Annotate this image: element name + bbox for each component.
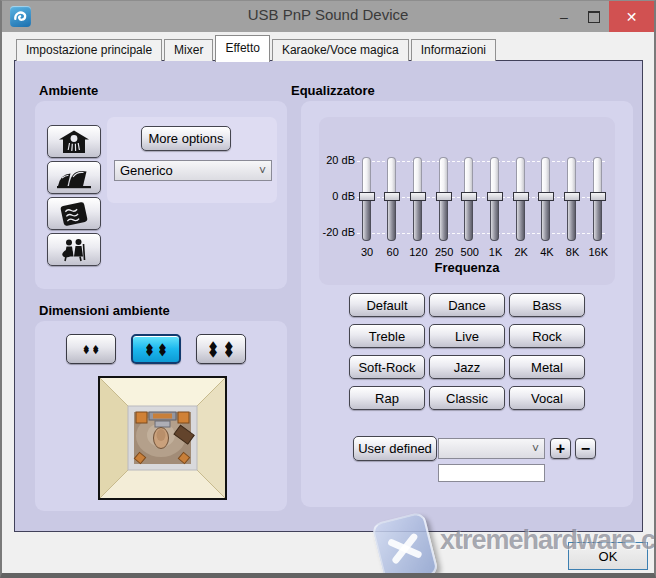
chevron-down-icon: ˅ <box>532 440 539 459</box>
tab-impostazione-principale[interactable]: Impostazione principale <box>16 39 162 61</box>
resize-arrows-icon: ◆◆◆◆ <box>84 348 99 350</box>
equalizzatore-heading: Equalizzatore <box>291 83 375 98</box>
eq-slider-120[interactable] <box>411 157 426 242</box>
ok-button[interactable]: OK <box>568 542 648 570</box>
environment-select-value: Generico <box>120 163 173 178</box>
bathroom-environment-button[interactable] <box>47 125 101 158</box>
resize-arrows-icon: ◆◆◆◆ <box>209 346 232 352</box>
preset-dance-button[interactable]: Dance <box>429 293 505 317</box>
room-size-small-button[interactable]: ◆◆◆◆ <box>66 334 116 364</box>
eq-slider-4k[interactable] <box>539 157 554 242</box>
eq-slider-60[interactable] <box>385 157 400 242</box>
eq-slider-30[interactable] <box>360 157 375 242</box>
ambiente-heading: Ambiente <box>39 83 98 98</box>
equalizzatore-panel: 20 dB0 dB-20 dB30601202505001K2K4K8K16KF… <box>301 101 633 507</box>
preset-metal-button[interactable]: Metal <box>509 355 585 379</box>
user-defined-select[interactable]: ˅ <box>438 438 545 459</box>
eq-slider-250[interactable] <box>437 157 452 242</box>
preset-rock-button[interactable]: Rock <box>509 324 585 348</box>
concert-hall-icon <box>55 165 93 191</box>
user-defined-name-input[interactable] <box>438 464 545 482</box>
add-preset-button[interactable]: + <box>550 438 571 459</box>
maximize-icon <box>588 11 600 23</box>
dimensioni-panel: ◆◆◆◆◆◆◆◆◆◆◆◆ <box>35 321 287 511</box>
user-defined-button[interactable]: User defined <box>353 436 437 461</box>
chevron-down-icon: ˅ <box>259 162 266 181</box>
preset-soft-rock-button[interactable]: Soft-Rock <box>349 355 425 379</box>
ambiente-panel: More options Generico ˅ <box>35 101 287 289</box>
tab-bar: Impostazione principaleMixerEffettoKarao… <box>16 34 644 61</box>
room-size-large-button[interactable]: ◆◆◆◆ <box>196 334 246 364</box>
maximize-button[interactable] <box>579 1 609 32</box>
underwater-icon <box>55 201 93 227</box>
environment-options-subpanel: More options Generico ˅ <box>107 117 277 203</box>
preset-bass-button[interactable]: Bass <box>509 293 585 317</box>
preset-vocal-button[interactable]: Vocal <box>509 386 585 410</box>
remove-preset-button[interactable]: − <box>575 438 596 459</box>
tab-karaoke-voce-magica[interactable]: Karaoke/Voce magica <box>272 39 409 61</box>
app-audio-swirl-icon <box>10 6 31 27</box>
preset-treble-button[interactable]: Treble <box>349 324 425 348</box>
environment-select[interactable]: Generico ˅ <box>114 160 272 181</box>
eq-slider-500[interactable] <box>462 157 477 242</box>
preset-classic-button[interactable]: Classic <box>429 386 505 410</box>
titlebar[interactable]: USB PnP Sound Device – ✕ <box>2 1 654 32</box>
effetto-tab-content: Ambiente <box>14 60 643 532</box>
concert-hall-environment-button[interactable] <box>47 161 101 194</box>
eq-frequency-label: 16K <box>583 246 613 258</box>
tab-informazioni[interactable]: Informazioni <box>411 39 496 61</box>
tab-mixer[interactable]: Mixer <box>164 39 213 61</box>
eq-db-tick: 20 dB <box>319 154 355 166</box>
preset-rap-button[interactable]: Rap <box>349 386 425 410</box>
room-size-medium-button[interactable]: ◆◆◆◆ <box>131 334 181 364</box>
eq-slider-8k[interactable] <box>565 157 580 242</box>
underwater-environment-button[interactable] <box>47 197 101 230</box>
dimensioni-heading: Dimensioni ambiente <box>39 303 170 318</box>
bathroom-icon <box>55 129 93 155</box>
eq-db-tick: -20 dB <box>319 226 355 238</box>
more-options-button[interactable]: More options <box>141 126 231 151</box>
close-button[interactable]: ✕ <box>609 1 654 32</box>
eq-slider-2k[interactable] <box>514 157 529 242</box>
room-preview-image <box>98 376 227 500</box>
stage-environment-button[interactable] <box>47 233 101 266</box>
stage-icon <box>55 237 93 263</box>
eq-frequency-axis-title: Frequenza <box>319 260 615 275</box>
preset-default-button[interactable]: Default <box>349 293 425 317</box>
eq-slider-16k[interactable] <box>591 157 606 242</box>
eq-slider-area: 20 dB0 dB-20 dB30601202505001K2K4K8K16KF… <box>319 117 615 285</box>
eq-db-tick: 0 dB <box>319 190 355 202</box>
eq-slider-1k[interactable] <box>488 157 503 242</box>
tab-effetto[interactable]: Effetto <box>215 35 269 62</box>
preset-live-button[interactable]: Live <box>429 324 505 348</box>
minimize-button[interactable]: – <box>549 1 579 32</box>
app-window: USB PnP Sound Device – ✕ Impostazione pr… <box>0 0 656 578</box>
preset-jazz-button[interactable]: Jazz <box>429 355 505 379</box>
resize-arrows-icon: ◆◆◆◆ <box>146 347 166 351</box>
